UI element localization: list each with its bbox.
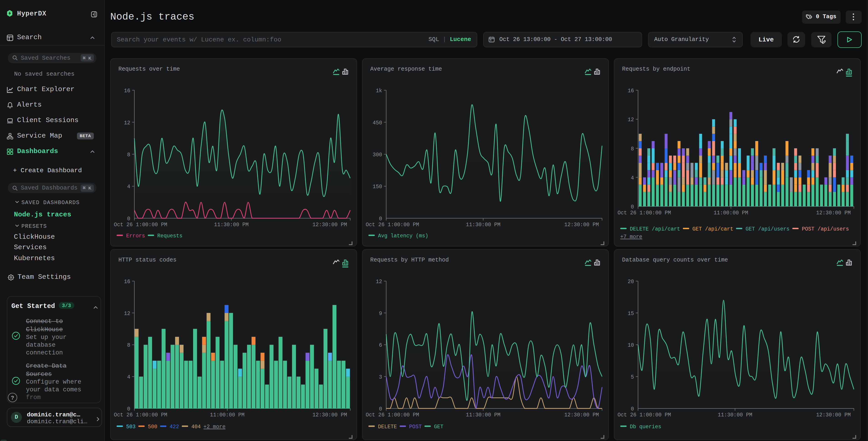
svg-text:DELETE: DELETE xyxy=(378,424,397,430)
svg-text:Oct 26 1:00:00 PM: Oct 26 1:00:00 PM xyxy=(114,412,167,418)
svg-text:DELETE /api/cart: DELETE /api/cart xyxy=(629,226,680,232)
svg-text:1k: 1k xyxy=(375,88,382,94)
svg-text:0: 0 xyxy=(379,406,382,412)
svg-text:GET: GET xyxy=(434,424,443,430)
svg-text:POST /api/users: POST /api/users xyxy=(802,226,849,232)
svg-text:+2 more: +2 more xyxy=(204,424,226,430)
svg-text:Oct 26 1:00:00 PM: Oct 26 1:00:00 PM xyxy=(617,210,671,216)
svg-text:4: 4 xyxy=(127,184,130,190)
svg-text:+7 more: +7 more xyxy=(620,234,642,240)
svg-text:0: 0 xyxy=(630,406,634,412)
svg-text:12:30:00 PM: 12:30:00 PM xyxy=(564,222,599,228)
svg-text:500: 500 xyxy=(148,424,157,430)
svg-text:4: 4 xyxy=(630,175,634,181)
svg-text:Oct 26 1:00:00 PM: Oct 26 1:00:00 PM xyxy=(366,412,419,418)
svg-text:3: 3 xyxy=(379,374,382,380)
svg-text:12:30:00 PM: 12:30:00 PM xyxy=(312,412,347,418)
svg-text:POST: POST xyxy=(409,424,422,430)
svg-text:12: 12 xyxy=(627,117,634,123)
svg-text:Requests by HTTP method: Requests by HTTP method xyxy=(370,257,448,263)
svg-text:0: 0 xyxy=(127,406,130,412)
svg-text:12:30:00 PM: 12:30:00 PM xyxy=(816,210,850,216)
svg-text:0: 0 xyxy=(379,216,382,222)
svg-text:Oct 26 1:00:00 PM: Oct 26 1:00:00 PM xyxy=(617,412,671,418)
svg-text:12: 12 xyxy=(375,278,382,285)
svg-text:Db queries: Db queries xyxy=(629,424,661,430)
svg-text:8: 8 xyxy=(127,342,130,348)
svg-text:11:30:00 PM: 11:30:00 PM xyxy=(466,412,500,418)
svg-text:16: 16 xyxy=(124,278,130,285)
svg-text:12:30:00 PM: 12:30:00 PM xyxy=(816,412,850,418)
svg-text:?: ? xyxy=(11,395,14,401)
svg-text:GET /api/cart: GET /api/cart xyxy=(692,226,733,232)
svg-text:Avg latency (ms): Avg latency (ms) xyxy=(378,233,428,239)
svg-text:Database query counts over tim: Database query counts over time xyxy=(622,257,728,263)
svg-text:11:00:00 PM: 11:00:00 PM xyxy=(713,210,748,216)
svg-text:10: 10 xyxy=(627,342,634,348)
svg-text:Errors: Errors xyxy=(126,233,145,239)
svg-text:11:30:00 PM: 11:30:00 PM xyxy=(214,222,249,228)
svg-text:300: 300 xyxy=(373,152,382,158)
svg-text:15: 15 xyxy=(627,311,634,316)
svg-text:0: 0 xyxy=(127,216,130,222)
svg-text:5: 5 xyxy=(630,374,634,380)
svg-text:12: 12 xyxy=(124,120,130,126)
svg-text:150: 150 xyxy=(373,184,382,190)
svg-text:4: 4 xyxy=(127,374,130,380)
svg-text:11:30:00 PM: 11:30:00 PM xyxy=(717,412,752,418)
svg-text:12:30:00 PM: 12:30:00 PM xyxy=(312,222,347,228)
svg-text:0: 0 xyxy=(630,204,634,210)
svg-text:8: 8 xyxy=(127,152,130,158)
svg-text:8: 8 xyxy=(630,146,634,152)
svg-text:9: 9 xyxy=(379,311,382,316)
svg-text:503: 503 xyxy=(126,424,135,430)
svg-text:GET /api/users: GET /api/users xyxy=(745,226,789,232)
svg-text:Requests: Requests xyxy=(157,233,182,239)
svg-text:12: 12 xyxy=(124,311,130,316)
svg-text:16: 16 xyxy=(627,88,634,94)
svg-text:Oct 26 1:00:00 PM: Oct 26 1:00:00 PM xyxy=(366,222,419,228)
svg-text:Oct 26 1:00:00 PM: Oct 26 1:00:00 PM xyxy=(114,222,167,228)
svg-text:6: 6 xyxy=(379,342,382,348)
svg-text:11:00:00 PM: 11:00:00 PM xyxy=(210,412,245,418)
svg-text:Requests over time: Requests over time xyxy=(118,66,180,72)
svg-text:20: 20 xyxy=(627,278,634,285)
svg-text:Requests by endpoint: Requests by endpoint xyxy=(622,66,690,72)
svg-text:HTTP status codes: HTTP status codes xyxy=(118,257,177,263)
svg-text:422: 422 xyxy=(169,424,179,430)
svg-text:Average response time: Average response time xyxy=(370,66,442,72)
svg-text:450: 450 xyxy=(373,120,382,126)
svg-text:11:30:00 PM: 11:30:00 PM xyxy=(466,222,500,228)
svg-text:404: 404 xyxy=(191,424,200,430)
svg-text:12:30:00 PM: 12:30:00 PM xyxy=(564,412,599,418)
svg-text:16: 16 xyxy=(124,88,130,94)
